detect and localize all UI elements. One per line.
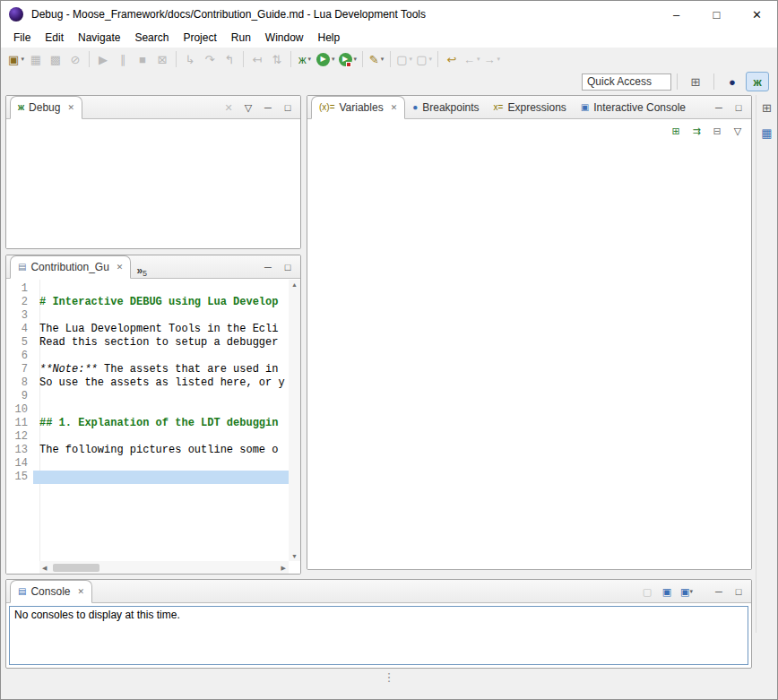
editor-line-text[interactable] — [33, 282, 289, 296]
toggle-mark-occurrences-button[interactable]: ✎▾ — [367, 49, 386, 69]
menu-window[interactable]: Window — [258, 29, 311, 47]
editor-line-text[interactable]: # Interactive DEBUG using Lua Develop — [33, 296, 289, 309]
maximize-view-button[interactable]: □ — [280, 100, 296, 115]
collapse-all-button[interactable]: ⊟ — [709, 124, 725, 138]
view-menu-button[interactable]: ▽ — [730, 124, 746, 138]
editor-line-text[interactable] — [33, 403, 289, 417]
toolbar-separator — [176, 51, 177, 67]
minimize-view-button[interactable]: ─ — [260, 260, 276, 274]
tab-contribution-guide[interactable]: ▤ Contribution_Gu ✕ — [10, 255, 131, 279]
close-icon[interactable]: ✕ — [391, 103, 398, 112]
maximize-view-button[interactable]: □ — [730, 100, 747, 115]
menu-project[interactable]: Project — [176, 29, 223, 47]
new-button[interactable]: ▣▾ — [6, 49, 26, 69]
minimize-view-button[interactable]: ─ — [711, 584, 727, 599]
editor-line-text[interactable]: The Lua Development Tools in the Ecli — [33, 323, 289, 336]
tab-label: Breakpoints — [422, 101, 479, 114]
external-tools-button[interactable]: ▶▾ — [337, 49, 359, 69]
menu-file[interactable]: File — [6, 29, 38, 47]
editor-line-text[interactable]: ## 1. Explanation of the LDT debuggin — [33, 417, 289, 430]
line-number: 5 — [6, 336, 33, 350]
tab-variables[interactable]: (x)=Variables✕ — [311, 96, 405, 119]
editor-line-text[interactable]: **Note:** The assets that are used in — [33, 363, 289, 376]
menu-search[interactable]: Search — [127, 29, 176, 47]
tab-console[interactable]: ▤ Console ✕ — [10, 580, 92, 603]
show-columns-button[interactable]: ⇉ — [688, 124, 705, 138]
scroll-right-icon[interactable]: ▶ — [281, 565, 286, 571]
show-logical-structures-button[interactable]: ⊞ — [668, 124, 684, 138]
close-icon[interactable]: ✕ — [77, 587, 84, 596]
lua-perspective-button[interactable]: ● — [721, 72, 744, 91]
minimize-button[interactable]: – — [656, 1, 696, 28]
maximize-button[interactable]: □ — [696, 1, 737, 28]
line-number: 11 — [6, 417, 33, 430]
separator — [677, 73, 678, 90]
dropdown-icon: ▾ — [497, 56, 501, 63]
last-edit-location-button[interactable]: ↩ — [442, 49, 462, 69]
hidden-editors-button[interactable]: » 5 — [131, 263, 152, 278]
dropdown-icon: ▾ — [308, 56, 312, 63]
variables-content[interactable] — [307, 120, 751, 569]
new-wizard-button: ▢▾ — [394, 49, 414, 69]
editor-line-text[interactable]: Read this section to setup a debugger — [33, 336, 289, 350]
editor-line-text[interactable] — [33, 350, 289, 363]
tab-breakpoints[interactable]: ●Breakpoints — [405, 97, 486, 118]
scroll-left-icon[interactable]: ◀ — [42, 565, 47, 571]
editor-line-text[interactable] — [33, 471, 289, 484]
open-console-dropdown-button[interactable]: ▣▾ — [679, 584, 695, 599]
sash-grip[interactable]: ⋮ — [384, 673, 395, 682]
editor-line-text[interactable] — [33, 457, 289, 471]
editor-line: 7**Note:** The assets that are used in — [6, 363, 289, 376]
columns-icon: ⇉ — [692, 126, 700, 136]
editor-line-text[interactable] — [33, 309, 289, 323]
horizontal-scrollbar[interactable]: ◀ ▶ — [39, 561, 289, 574]
menu-navigate[interactable]: Navigate — [71, 29, 127, 47]
close-icon[interactable]: ✕ — [117, 263, 124, 272]
line-number: 1 — [6, 282, 33, 296]
tab-interactive-console[interactable]: ▣Interactive Console — [574, 97, 693, 118]
grid-view-button[interactable]: ▦ — [758, 124, 776, 142]
view-menu-icon: ▽ — [245, 103, 252, 113]
scroll-up-icon[interactable]: ▲ — [291, 281, 298, 288]
menu-edit[interactable]: Edit — [38, 29, 71, 47]
dropdown-icon: ▾ — [477, 56, 480, 63]
console-content: No consoles to display at this time. — [9, 606, 748, 665]
editor-line: 3 — [6, 309, 289, 323]
run-button[interactable]: ▶▾ — [315, 49, 337, 69]
close-button[interactable]: ✕ — [737, 1, 777, 28]
step-filters-icon: ⇅ — [272, 54, 282, 65]
debug-view-buttons: ✕ ▽ ─ □ — [220, 100, 300, 115]
quick-access-input[interactable]: Quick Access — [582, 73, 671, 91]
vertical-scrollbar[interactable]: ▲ ▼ — [289, 280, 300, 561]
open-perspective-icon: ⊞ — [691, 75, 701, 89]
view-menu-button[interactable]: ▽ — [240, 100, 256, 115]
editor-line-text[interactable] — [33, 390, 289, 403]
step-return-button: ↰ — [220, 49, 239, 69]
scrollbar-thumb[interactable] — [53, 564, 99, 572]
code-segment: # Interactive DEBUG using Lua Develop — [39, 296, 278, 308]
maximize-view-button[interactable]: □ — [730, 584, 747, 599]
menu-run[interactable]: Run — [224, 29, 258, 47]
minimize-view-button[interactable]: ─ — [260, 100, 276, 115]
tab-expressions[interactable]: x=Expressions — [487, 97, 574, 118]
debug-view-content[interactable] — [6, 120, 300, 248]
debug-button[interactable]: ж▾ — [295, 49, 315, 69]
editor-text-area[interactable]: 12# Interactive DEBUG using Lua Develop3… — [6, 282, 289, 561]
maximize-view-button[interactable]: □ — [280, 260, 296, 274]
restore-view-button[interactable]: ⊞ — [758, 99, 776, 117]
minimize-view-button[interactable]: ─ — [711, 100, 727, 115]
debug-perspective-button[interactable]: ж — [746, 72, 769, 91]
editor-line-text[interactable] — [33, 430, 289, 444]
menu-help[interactable]: Help — [311, 29, 348, 47]
editor-line: 9 — [6, 390, 289, 403]
editor-line-text[interactable]: So use the assets as listed here, or y — [33, 376, 289, 390]
editor-line-text[interactable]: The following pictures outline some o — [33, 444, 289, 457]
editor-line: 11## 1. Explanation of the LDT debuggin — [6, 417, 289, 430]
close-icon[interactable]: ✕ — [67, 103, 74, 112]
debug-icon: ж — [298, 54, 307, 65]
scroll-down-icon[interactable]: ▼ — [291, 553, 298, 559]
maximize-view-icon: □ — [736, 587, 742, 597]
open-perspective-button[interactable]: ⊞ — [684, 72, 707, 91]
tab-debug[interactable]: ж Debug ✕ — [10, 96, 82, 119]
open-console-button[interactable]: ▣ — [659, 584, 675, 599]
